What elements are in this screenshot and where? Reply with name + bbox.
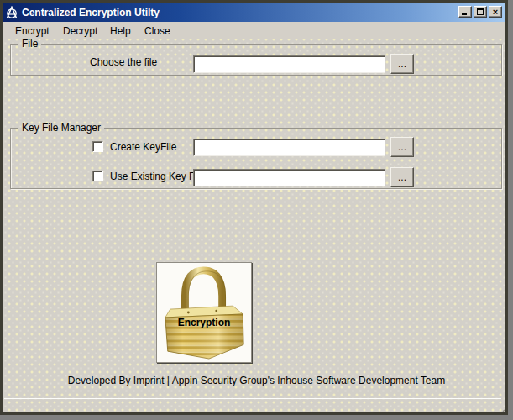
create-keyfile-input[interactable] xyxy=(193,139,385,156)
minimize-button[interactable] xyxy=(458,6,472,18)
choose-file-label: Choose the file xyxy=(90,56,157,68)
menu-close[interactable]: Close xyxy=(141,24,174,38)
use-existing-keyfile-checkbox[interactable] xyxy=(92,171,103,181)
maximize-button[interactable] xyxy=(474,6,487,18)
app-window: Centralized Encryption Utilty × Encrypt … xyxy=(0,0,508,415)
bottom-separator xyxy=(4,398,501,399)
client-area: File Choose the file ... Key File Manage… xyxy=(3,39,508,415)
create-keyfile-checkbox[interactable] xyxy=(92,141,103,152)
use-existing-keyfile-input[interactable] xyxy=(193,169,385,186)
menu-bar: Encrypt Decrypt Help Close xyxy=(3,22,505,39)
close-icon: × xyxy=(489,7,501,17)
keyfile-group-legend: Key File Manager xyxy=(18,123,104,134)
use-existing-keyfile-label: Use Existing Key File xyxy=(110,171,205,182)
create-keyfile-label: Create KeyFile xyxy=(110,141,176,153)
minimize-icon xyxy=(462,13,467,15)
menu-encrypt[interactable]: Encrypt xyxy=(12,24,53,38)
encryption-action-button[interactable]: Encryption xyxy=(156,262,252,363)
menu-decrypt[interactable]: Decrypt xyxy=(60,24,101,38)
title-bar[interactable]: Centralized Encryption Utilty × xyxy=(3,3,505,22)
file-path-input[interactable] xyxy=(193,55,385,73)
create-keyfile-browse-button[interactable]: ... xyxy=(390,137,414,157)
window-controls: × xyxy=(457,6,502,18)
close-button[interactable]: × xyxy=(489,6,502,18)
maximize-icon xyxy=(477,8,484,15)
resize-grip-icon[interactable] xyxy=(498,405,508,415)
file-group-legend: File xyxy=(18,39,41,50)
menu-help[interactable]: Help xyxy=(107,24,134,38)
padlock-icon xyxy=(157,263,251,362)
use-existing-keyfile-browse-button[interactable]: ... xyxy=(390,167,414,187)
credit-text: Developed By Imprint | Appin Security Gr… xyxy=(3,375,508,386)
file-browse-button[interactable]: ... xyxy=(390,54,414,74)
window-title: Centralized Encryption Utilty xyxy=(22,7,160,18)
app-icon xyxy=(5,6,18,19)
